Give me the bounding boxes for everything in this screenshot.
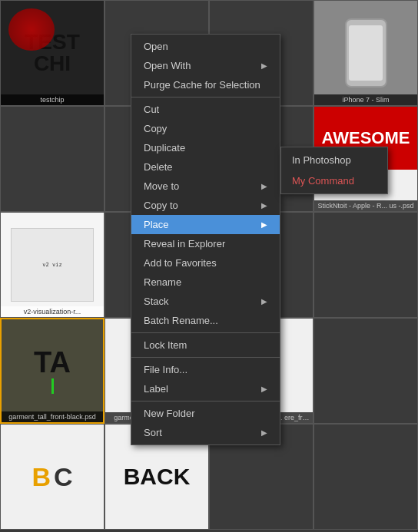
menu-label-reveal: Reveal in Explorer	[144, 238, 225, 249]
menu-label-move-to: Move to	[144, 180, 179, 192]
menu-item-delete[interactable]: Delete	[131, 157, 280, 177]
menu-label-add-fav: Add to Favorites	[144, 257, 217, 269]
arrow-move-to: ▶	[261, 182, 267, 190]
submenu-place: In Photoshop My Command	[280, 147, 388, 194]
separator-1	[131, 97, 280, 97]
menu-item-open-with[interactable]: Open With ▶	[131, 56, 280, 75]
menu-label-lock-item: Lock Item	[144, 339, 187, 351]
menu-item-rename[interactable]: Rename	[131, 273, 280, 292]
arrow-place: ▶	[261, 220, 267, 229]
menu-item-purge-cache[interactable]: Purge Cache for Selection	[131, 75, 280, 94]
submenu-item-my-command[interactable]: My Command	[281, 170, 387, 191]
menu-label-label: Label	[144, 383, 168, 395]
separator-2	[131, 332, 280, 333]
menu-label-duplicate: Duplicate	[144, 142, 185, 154]
menu-item-add-fav[interactable]: Add to Favorites	[131, 253, 280, 273]
menu-item-place[interactable]: Place ▶	[131, 215, 280, 234]
menu-item-batch-rename[interactable]: Batch Rename...	[131, 311, 280, 330]
menu-label-place: Place	[144, 219, 169, 230]
menu-label-delete: Delete	[144, 161, 173, 173]
separator-4	[131, 401, 280, 401]
menu-item-label[interactable]: Label ▶	[131, 379, 280, 398]
menu-label-batch-rename: Batch Rename...	[144, 315, 218, 326]
menu-item-file-info[interactable]: File Info...	[131, 360, 280, 379]
menu-item-lock-item[interactable]: Lock Item	[131, 335, 280, 355]
arrow-open-with: ▶	[261, 61, 267, 70]
menu-item-copy[interactable]: Copy	[131, 119, 280, 138]
menu-item-duplicate[interactable]: Duplicate	[131, 138, 280, 157]
menu-item-new-folder[interactable]: New Folder	[131, 404, 280, 423]
context-menu: Open Open With ▶ Purge Cache for Selecti…	[131, 34, 280, 445]
separator-3	[131, 357, 280, 358]
menu-label-purge-cache: Purge Cache for Selection	[144, 79, 260, 91]
menu-label-sort: Sort	[144, 427, 162, 438]
menu-item-open[interactable]: Open	[131, 37, 280, 56]
menu-item-cut[interactable]: Cut	[131, 100, 280, 119]
menu-item-copy-to[interactable]: Copy to ▶	[131, 196, 280, 215]
menu-label-stack: Stack	[144, 296, 169, 307]
submenu-label-my-command: My Command	[292, 175, 354, 187]
menu-label-copy-to: Copy to	[144, 200, 178, 211]
arrow-copy-to: ▶	[261, 201, 267, 210]
menu-label-rename: Rename	[144, 276, 181, 288]
menu-label-open-with: Open With	[144, 60, 191, 71]
menu-item-move-to[interactable]: Move to ▶	[131, 177, 280, 196]
submenu-item-in-photoshop[interactable]: In Photoshop	[281, 150, 387, 170]
menu-item-sort[interactable]: Sort ▶	[131, 423, 280, 442]
arrow-label: ▶	[261, 385, 267, 393]
menu-label-copy: Copy	[144, 123, 167, 134]
menu-label-open: Open	[144, 41, 168, 52]
menu-label-new-folder: New Folder	[144, 408, 194, 419]
context-menu-overlay: Open Open With ▶ Purge Cache for Selecti…	[0, 0, 418, 532]
arrow-sort: ▶	[261, 428, 267, 437]
menu-label-file-info: File Info...	[144, 364, 187, 375]
menu-item-reveal[interactable]: Reveal in Explorer	[131, 234, 280, 253]
submenu-label-in-photoshop: In Photoshop	[292, 154, 351, 166]
arrow-stack: ▶	[261, 297, 267, 306]
menu-label-cut: Cut	[144, 104, 159, 115]
menu-item-stack[interactable]: Stack ▶	[131, 292, 280, 311]
